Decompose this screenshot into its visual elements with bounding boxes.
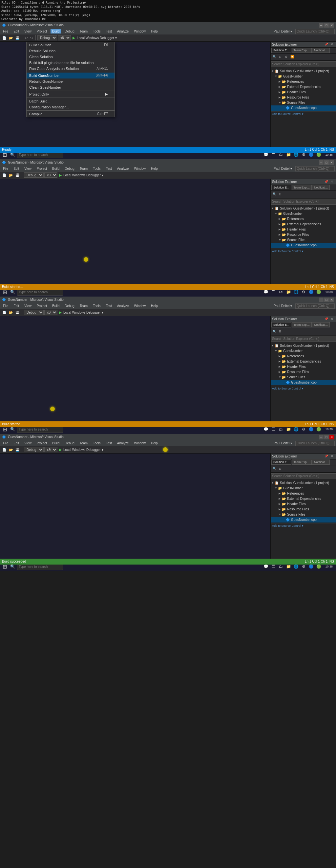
se-tab-solution-4[interactable]: Solution E... <box>271 460 291 465</box>
menu-edit-4[interactable]: Edit <box>12 441 21 445</box>
window-controls-1[interactable]: ─ □ ✕ <box>319 23 334 28</box>
se-pin-btn-3[interactable]: 📌 <box>324 316 329 321</box>
menu-file-1[interactable]: File <box>1 29 10 33</box>
menu-window-4[interactable]: Window <box>132 441 147 445</box>
dropdown-clean-guess[interactable]: Clean GuesNumber <box>27 84 114 90</box>
se-node-headers-2[interactable]: ▶ 📂 Header Files <box>271 227 336 232</box>
se-tab-solution-2[interactable]: Solution E... <box>271 185 291 190</box>
se-pin-btn-4[interactable]: 📌 <box>324 454 329 459</box>
menu-debug-2[interactable]: Debug <box>63 166 76 171</box>
se-node-sources-3[interactable]: ▼ 📂 Source Files <box>271 375 336 380</box>
toolbar-open-1[interactable]: 📂 <box>8 35 14 41</box>
menu-project-3[interactable]: Project <box>35 304 48 308</box>
se-node-cpp-4[interactable]: 🔷 GuesNumber.cpp <box>271 517 336 523</box>
platform-4[interactable]: x86 <box>44 447 58 452</box>
minimize-button-1[interactable]: ─ <box>319 23 324 28</box>
se-node-resources-1[interactable]: ▶ 📂 Resource Files <box>271 95 336 100</box>
platform-3[interactable]: x86 <box>44 310 58 315</box>
dropdown-clean-solution[interactable]: Clean Solution <box>27 54 114 60</box>
toolbar-new-3[interactable]: 📄 <box>1 309 7 315</box>
menu-view-1[interactable]: View <box>23 29 33 33</box>
dropdown-rebuild-solution[interactable]: Rebuild Solution <box>27 48 114 54</box>
se-node-extdeps-1[interactable]: ▶ 📂 External Dependencies <box>271 84 336 90</box>
se-tab-team-3[interactable]: Team Expl... <box>292 322 312 328</box>
toolbar-redo-1[interactable]: ↪ <box>29 35 34 41</box>
se-props-btn-1[interactable]: ⚙ <box>283 54 289 59</box>
quick-launch-2[interactable] <box>295 166 335 172</box>
user-label-4[interactable]: Paul Deitel ▾ <box>274 441 293 445</box>
se-search-btn-4[interactable]: 🔍 <box>272 466 277 471</box>
se-node-cpp-3[interactable]: 🔷 GuesNumber.cpp <box>271 380 336 385</box>
toolbar-save-4[interactable]: 💾 <box>14 447 20 453</box>
se-node-sources-1[interactable]: ▼ 📂 Source Files <box>271 100 336 105</box>
platform-1[interactable]: x86 <box>58 35 71 40</box>
toolbar-save-1[interactable]: 💾 <box>14 35 20 41</box>
se-search-input-3[interactable] <box>271 336 336 342</box>
menu-tools-2[interactable]: Tools <box>91 166 102 171</box>
se-node-sources-4[interactable]: ▼ 📂 Source Files <box>271 512 336 517</box>
dropdown-build-guess[interactable]: Build GuesNumber Shift+F6 <box>27 72 114 79</box>
minimize-button-4[interactable]: ─ <box>319 435 324 439</box>
menu-window-1[interactable]: Window <box>132 29 147 33</box>
se-node-references-4[interactable]: ▶ 📂 References <box>271 491 336 496</box>
close-button-3[interactable]: ✕ <box>330 298 334 302</box>
user-label-2[interactable]: Paul Deitel ▾ <box>274 167 293 170</box>
menu-tools-1[interactable]: Tools <box>91 29 102 33</box>
se-node-project-4[interactable]: ▼ 📁 GuesNumber <box>271 486 336 491</box>
se-tab-team-4[interactable]: Team Expl... <box>292 460 312 465</box>
menu-build-2[interactable]: Build <box>51 166 61 171</box>
menu-team-1[interactable]: Team <box>78 29 89 33</box>
se-node-references-2[interactable]: ▶ 📂 References <box>271 216 336 222</box>
toolbar-new-2[interactable]: 📄 <box>1 172 7 178</box>
menu-window-2[interactable]: Window <box>132 166 147 171</box>
debug-config-4[interactable]: Debug <box>24 447 44 452</box>
menu-edit-3[interactable]: Edit <box>12 304 21 308</box>
se-node-resources-4[interactable]: ▶ 📂 Resource Files <box>271 507 336 512</box>
platform-2[interactable]: x86 <box>44 173 58 178</box>
menu-edit-1[interactable]: Edit <box>12 29 21 33</box>
menu-project-2[interactable]: Project <box>35 166 48 171</box>
dropdown-build-db[interactable]: Build full plugin database file for solu… <box>27 60 114 66</box>
se-pin-btn-1[interactable]: 📌 <box>324 42 329 47</box>
close-button-1[interactable]: ✕ <box>330 23 334 28</box>
se-search-input-1[interactable] <box>271 61 336 67</box>
se-node-sources-2[interactable]: ▼ 📂 Source Files <box>271 238 336 243</box>
dropdown-batch-build[interactable]: Batch Build... <box>27 98 114 104</box>
se-search-btn-3[interactable]: 🔍 <box>272 329 277 334</box>
menu-analyze-1[interactable]: Analyze <box>115 29 131 33</box>
se-node-references-3[interactable]: ▶ 📂 References <box>271 354 336 359</box>
se-source-control-link-4[interactable]: Add to Source Control ▾ <box>272 524 304 527</box>
quick-launch-3[interactable] <box>295 304 335 309</box>
menu-team-4[interactable]: Team <box>78 441 89 445</box>
se-tab-notif-3[interactable]: Notificati... <box>312 322 330 328</box>
menu-build-1[interactable]: Build <box>51 29 61 33</box>
menu-analyze-2[interactable]: Analyze <box>115 166 131 171</box>
maximize-button-4[interactable]: □ <box>324 435 329 439</box>
menu-debug-1[interactable]: Debug <box>63 29 76 33</box>
se-collapse-btn-2[interactable]: ⊟ <box>278 191 283 197</box>
se-node-headers-4[interactable]: ▶ 📂 Header Files <box>271 501 336 507</box>
se-close-btn-1[interactable]: ✕ <box>330 42 335 47</box>
toolbar-save-3[interactable]: 💾 <box>14 309 20 315</box>
dropdown-code-analysis[interactable]: Run Code Analysis on Solution Alt+F11 <box>27 66 114 71</box>
debug-config-3[interactable]: Debug <box>24 310 44 315</box>
se-node-extdeps-4[interactable]: ▶ 📂 External Dependencies <box>271 496 336 501</box>
debug-config-2[interactable]: Debug <box>24 173 44 178</box>
menu-view-4[interactable]: View <box>23 441 33 445</box>
se-close-btn-4[interactable]: ✕ <box>330 454 335 459</box>
se-search-input-4[interactable] <box>271 473 336 479</box>
window-controls-3[interactable]: ─ □ ✕ <box>319 298 334 302</box>
se-node-headers-3[interactable]: ▶ 📂 Header Files <box>271 364 336 369</box>
menu-file-2[interactable]: File <box>1 166 10 171</box>
toolbar-save-2[interactable]: 💾 <box>14 172 20 178</box>
window-controls-4[interactable]: ─ □ ✕ <box>319 435 334 439</box>
window-controls-2[interactable]: ─ □ ✕ <box>319 160 334 165</box>
menu-test-4[interactable]: Test <box>104 441 113 445</box>
se-tab-team-2[interactable]: Team Expl... <box>292 185 312 190</box>
se-node-solution-2[interactable]: ▼ 📋 Solution 'GuesNumber' (1 project) <box>271 206 336 211</box>
se-node-extdeps-2[interactable]: ▶ 📂 External Dependencies <box>271 222 336 227</box>
menu-window-3[interactable]: Window <box>132 304 147 308</box>
menu-help-1[interactable]: Help <box>149 29 160 33</box>
menu-analyze-4[interactable]: Analyze <box>115 441 131 445</box>
se-node-headers-1[interactable]: ▶ 📂 Header Files <box>271 90 336 95</box>
